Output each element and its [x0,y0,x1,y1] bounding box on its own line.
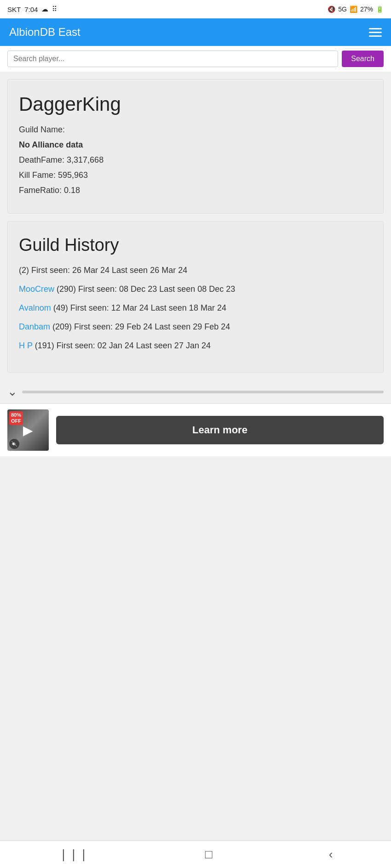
ad-thumbnail: 80%OFF ▶ [7,409,49,451]
ad-badge: 80%OFF [9,411,23,425]
navbar-title: AlbionDB East [9,26,80,39]
history-entry-1: MooCrew (290) First seen: 08 Dec 23 Last… [19,283,372,295]
history-entry-0-text: (2) First seen: 26 Mar 24 Last seen 26 M… [19,266,187,275]
time-label: 7:04 [24,6,38,13]
history-entry-0: (2) First seen: 26 Mar 24 Last seen 26 M… [19,264,372,277]
death-fame-value: 3,317,668 [67,155,104,165]
history-entry-4-text: (191) First seen: 02 Jan 24 Last seen 27… [35,341,211,350]
search-bar-area: Search [0,46,391,72]
alliance-line: No Alliance data [19,139,372,151]
play-icon[interactable]: ▶ [23,423,33,438]
navbar: AlbionDB East [0,18,391,46]
hamburger-menu-button[interactable] [369,28,382,37]
bottom-nav: ❘❘❘ □ ‹ [0,840,391,868]
status-bar-right: 🔇 5G 📶 27% 🔋 [328,6,384,13]
mute-icon[interactable] [9,439,19,449]
alliance-value: No Alliance data [19,140,83,149]
guild-history-card: Guild History (2) First seen: 26 Mar 24 … [7,221,384,373]
back-button[interactable]: ‹ [329,847,333,862]
guild-history-title: Guild History [19,235,372,255]
dots-icon: ⠿ [52,5,57,13]
kill-fame-value: 595,963 [58,170,88,180]
status-bar-left: SKT 7:04 ☁ ⠿ [7,5,57,13]
signal-icon: 📶 [350,6,357,13]
ad-banner: 80%OFF ▶ Learn more [0,403,391,456]
scroll-bar-track[interactable] [22,391,384,393]
history-entry-2-text: (49) First seen: 12 Mar 24 Last seen 18 … [53,303,226,312]
history-entry-3-text: (209) First seen: 29 Feb 24 Last seen 29… [52,322,230,331]
battery-label: 27% [360,6,373,13]
home-button[interactable]: □ [205,847,213,862]
kill-fame-label: Kill Fame: [19,170,56,180]
cloud-icon: ☁ [41,5,48,13]
death-fame-line: DeathFame: 3,317,668 [19,154,372,166]
history-entry-2: Avalnom (49) First seen: 12 Mar 24 Last … [19,302,372,314]
kill-fame-line: Kill Fame: 595,963 [19,169,372,182]
guild-name-line: Guild Name: [19,124,372,136]
guild-link-danbam[interactable]: Danbam [19,322,50,331]
carrier-label: SKT [7,6,21,13]
status-bar: SKT 7:04 ☁ ⠿ 🔇 5G 📶 27% 🔋 [0,0,391,18]
history-entry-4: H P (191) First seen: 02 Jan 24 Last see… [19,340,372,352]
chevron-down-icon: ⌄ [7,385,17,399]
search-input[interactable] [7,51,338,67]
learn-more-button[interactable]: Learn more [56,416,384,444]
history-entry-1-text: (290) First seen: 08 Dec 23 Last seen 08… [57,284,235,294]
fame-ratio-value: 0.18 [64,186,80,195]
guild-link-hp[interactable]: H P [19,341,33,350]
player-info-card: DaggerKing Guild Name: No Alliance data … [7,79,384,214]
fame-ratio-line: FameRatio: 0.18 [19,184,372,197]
fame-ratio-label: FameRatio: [19,186,62,195]
history-entry-3: Danbam (209) First seen: 29 Feb 24 Last … [19,321,372,333]
recent-apps-button[interactable]: ❘❘❘ [58,847,89,862]
scroll-indicator: ⌄ [0,380,391,403]
guild-name-label: Guild Name: [19,125,65,134]
battery-icon: 🔋 [376,6,384,13]
guild-link-avalnom[interactable]: Avalnom [19,303,51,312]
mute-icon: 🔇 [328,6,335,13]
player-name: DaggerKing [19,93,372,115]
guild-link-moocrew[interactable]: MooCrew [19,284,54,294]
search-button[interactable]: Search [342,51,384,67]
network-5g-icon: 5G [338,6,347,13]
death-fame-label: DeathFame: [19,155,64,165]
